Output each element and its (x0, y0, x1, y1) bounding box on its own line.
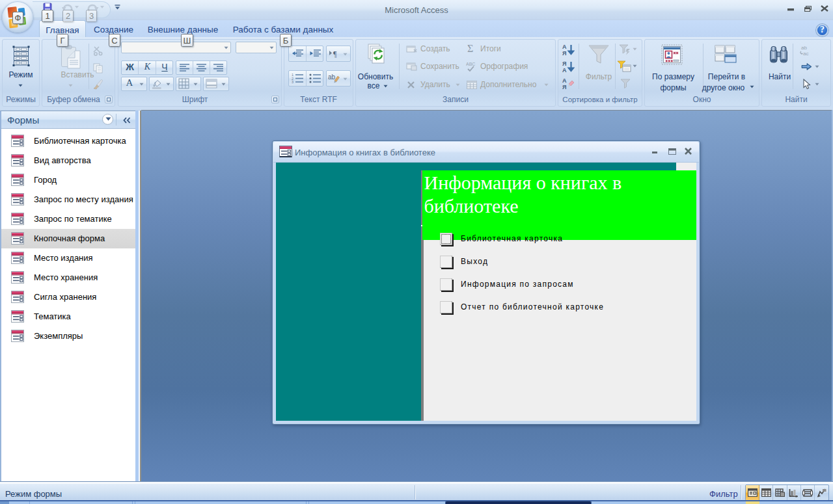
svg-text:¶: ¶ (333, 49, 337, 58)
svg-text:А: А (562, 77, 567, 84)
svg-text:А: А (562, 44, 567, 50)
svg-text:ABC: ABC (466, 62, 475, 66)
svg-text:Я: Я (562, 84, 566, 90)
svg-text:ac: ac (803, 51, 808, 56)
svg-text:ab: ab (328, 73, 336, 81)
svg-text:Я: Я (562, 60, 566, 67)
svg-text:А: А (562, 67, 567, 73)
svg-text:Я: Я (562, 50, 566, 56)
svg-text:3: 3 (292, 80, 294, 83)
